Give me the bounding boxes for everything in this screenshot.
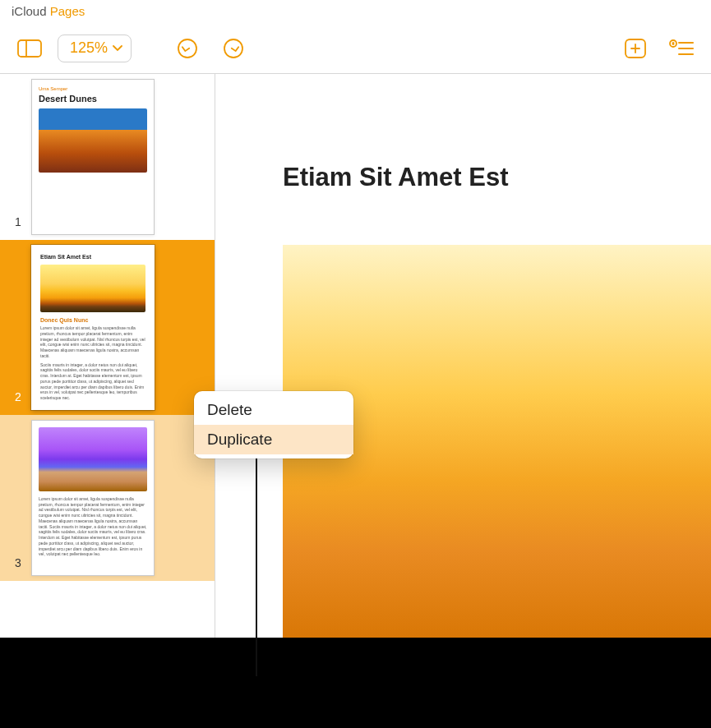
callout-line [256,454,257,676]
plus-box-icon [624,38,647,59]
thumb-body: Lorem ipsum dolor sit amet, ligula suspe… [39,496,147,557]
content-area: 1 Uma Semper Desert Dunes 2 Etiam Sit Am… [0,74,711,638]
context-menu: Delete Duplicate [194,391,353,458]
document-canvas[interactable]: Etiam Sit Amet Est [215,74,711,638]
zoom-select[interactable]: 125% [58,35,132,62]
redo-icon [222,37,245,60]
toolbar: 125% [0,23,711,74]
dunes-image [39,108,147,173]
thumbnail-page-2[interactable]: 2 Etiam Sit Amet Est Donec Quis Nunc Lor… [0,240,215,415]
document-heading: Etiam Sit Amet Est [283,163,508,192]
svg-point-2 [178,39,196,58]
sunset-image [40,265,145,312]
menu-item-duplicate[interactable]: Duplicate [194,425,353,454]
page-number: 1 [15,215,21,228]
chevron-down-icon [113,45,122,52]
svg-point-3 [224,39,242,58]
thumb-heading: Desert Dunes [39,94,147,104]
thumbnail-page-1[interactable]: 1 Uma Semper Desert Dunes [0,74,215,240]
insert-button[interactable] [617,35,653,62]
brand-label: iCloud [12,4,47,18]
mountain-image [39,427,147,491]
thumb-overline: Uma Semper [39,86,147,91]
menu-item-label: Delete [207,401,252,418]
undo-icon [176,37,199,60]
list-icon [669,39,694,58]
thumb-body: Lorem ipsum dolor sit amet, ligula suspe… [40,325,145,359]
thumbnail-preview: Lorem ipsum dolor sit amet, ligula suspe… [31,420,155,576]
titlebar: iCloud Pages [0,0,711,23]
sidebar-icon [17,39,42,58]
redo-button[interactable] [215,35,252,62]
caption-area [0,638,711,728]
list-button[interactable] [663,35,699,62]
sidebar-toggle-button[interactable] [12,35,48,62]
page-number: 2 [15,390,21,403]
page-number: 3 [15,556,21,569]
thumbnail-preview: Etiam Sit Amet Est Donec Quis Nunc Lorem… [31,245,155,410]
app-label: Pages [50,4,85,18]
thumb-body-2: Sociis mauris in integer, a dolor netus … [40,362,145,401]
thumb-heading: Etiam Sit Amet Est [40,254,145,260]
thumb-sub: Donec Quis Nunc [40,317,145,323]
zoom-value: 125% [70,39,108,57]
undo-button[interactable] [169,35,205,62]
menu-item-label: Duplicate [207,431,272,448]
thumbnail-panel[interactable]: 1 Uma Semper Desert Dunes 2 Etiam Sit Am… [0,74,215,638]
thumbnail-preview: Uma Semper Desert Dunes [31,79,155,235]
thumbnail-page-3[interactable]: 3 Lorem ipsum dolor sit amet, ligula sus… [0,415,215,581]
menu-item-delete[interactable]: Delete [194,395,353,425]
svg-rect-0 [18,40,41,57]
